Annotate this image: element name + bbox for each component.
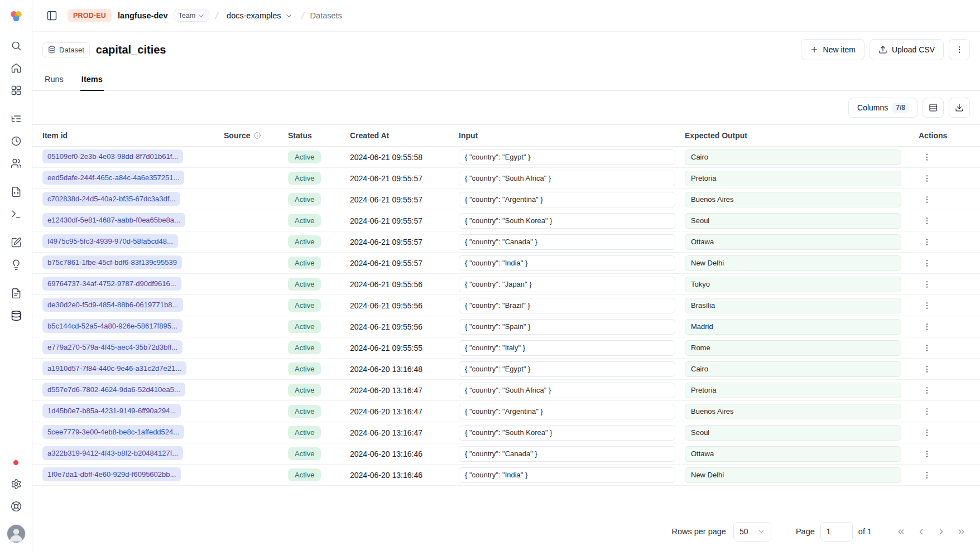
row-actions-button[interactable] bbox=[919, 318, 935, 335]
last-page-button[interactable] bbox=[952, 523, 970, 540]
tracing-list-tree-icon[interactable] bbox=[6, 108, 27, 129]
item-id-link[interactable]: de30d2e0-f5d9-4854-88b6-0619771b8... bbox=[42, 298, 183, 312]
org-plan-badge[interactable]: Team bbox=[174, 9, 209, 22]
expected-output-value[interactable]: New Delhi bbox=[685, 467, 901, 483]
input-value[interactable]: { "country": "South Africa" } bbox=[459, 383, 675, 398]
row-actions-button[interactable] bbox=[919, 191, 935, 208]
expected-output-value[interactable]: Cairo bbox=[685, 361, 901, 377]
page-number-input[interactable] bbox=[820, 522, 853, 542]
row-actions-button[interactable] bbox=[919, 297, 935, 314]
input-value[interactable]: { "country": "Canada" } bbox=[459, 446, 675, 462]
input-value[interactable]: { "country": "Japan" } bbox=[459, 277, 675, 292]
item-id-link[interactable]: e779a270-579a-4f45-aec4-35b72d3bff... bbox=[42, 340, 182, 354]
item-id-link[interactable]: eed5dafe-244f-465c-a84c-4a6e357251... bbox=[42, 171, 184, 185]
project-switcher[interactable]: docs-examples bbox=[224, 8, 295, 23]
row-actions-button[interactable] bbox=[919, 446, 935, 462]
expected-output-value[interactable]: Rome bbox=[685, 340, 901, 356]
previous-page-button[interactable] bbox=[912, 523, 930, 540]
input-value[interactable]: { "country": "Argentina" } bbox=[459, 192, 675, 207]
input-value[interactable]: { "country": "South Korea" } bbox=[459, 213, 675, 229]
row-actions-button[interactable] bbox=[919, 361, 935, 378]
new-item-button[interactable]: New item bbox=[801, 39, 864, 60]
tab-items[interactable]: Items bbox=[80, 70, 104, 91]
input-value[interactable]: { "country": "South Africa" } bbox=[459, 171, 675, 186]
input-value[interactable]: { "country": "India" } bbox=[459, 467, 675, 483]
item-id-link[interactable]: a322b319-9412-4f43-b8f2-b20484127f... bbox=[42, 446, 183, 460]
input-value[interactable]: { "country": "Egypt" } bbox=[459, 149, 675, 165]
expected-output-value[interactable]: Buenos Aires bbox=[685, 192, 901, 207]
langfuse-logo[interactable] bbox=[7, 7, 26, 26]
user-avatar[interactable] bbox=[7, 524, 26, 543]
home-icon[interactable] bbox=[6, 57, 27, 79]
expected-output-value[interactable]: Cairo bbox=[685, 149, 901, 165]
sidebar-toggle-icon[interactable] bbox=[42, 6, 61, 25]
item-id-link[interactable]: e12430df-5e81-4687-aabb-f0ea65be8a... bbox=[42, 213, 185, 227]
row-actions-button[interactable] bbox=[919, 403, 935, 420]
row-actions-button[interactable] bbox=[919, 382, 935, 399]
item-id-link[interactable]: 69764737-34af-4752-9787-d90df9616... bbox=[42, 277, 181, 291]
row-actions-button[interactable] bbox=[919, 212, 935, 229]
input-value[interactable]: { "country": "South Korea" } bbox=[459, 425, 675, 441]
expected-output-value[interactable]: New Delhi bbox=[685, 255, 901, 271]
item-id-link[interactable]: 5cee7779-3e00-4eb8-be8c-1affedd524... bbox=[42, 425, 184, 439]
expected-output-value[interactable]: Seoul bbox=[685, 213, 901, 229]
columns-button[interactable]: Columns 7/8 bbox=[848, 98, 917, 118]
row-actions-button[interactable] bbox=[919, 255, 935, 272]
support-lifebuoy-icon[interactable] bbox=[6, 496, 27, 517]
row-actions-button[interactable] bbox=[919, 467, 935, 484]
prompts-file-icon[interactable] bbox=[6, 181, 27, 202]
row-actions-button[interactable] bbox=[919, 276, 935, 293]
input-value[interactable]: { "country": "Brazil" } bbox=[459, 298, 675, 313]
sessions-clock-icon[interactable] bbox=[6, 130, 27, 152]
expected-output-value[interactable]: Brasília bbox=[685, 298, 901, 313]
input-value[interactable]: { "country": "Egypt" } bbox=[459, 361, 675, 377]
row-height-button[interactable] bbox=[923, 98, 944, 118]
next-page-button[interactable] bbox=[932, 523, 950, 540]
export-button[interactable] bbox=[949, 98, 970, 118]
row-actions-button[interactable] bbox=[919, 234, 935, 250]
item-id-link[interactable]: d557e7d6-7802-4624-9da6-52d410ea5... bbox=[42, 383, 185, 397]
expected-output-value[interactable]: Tokyo bbox=[685, 277, 901, 292]
first-page-button[interactable] bbox=[892, 523, 910, 540]
evaluation-square-pen-icon[interactable] bbox=[6, 232, 27, 253]
expected-output-value[interactable]: Ottawa bbox=[685, 446, 901, 462]
item-id-link[interactable]: b75c7861-1fbe-45cf-bdf6-83f139c95539 bbox=[42, 255, 182, 269]
item-id-link[interactable]: 1d45b0e7-b85a-4231-9149-6ff90a294... bbox=[42, 404, 181, 418]
input-value[interactable]: { "country": "Spain" } bbox=[459, 319, 675, 335]
expected-output-value[interactable]: Pretoria bbox=[685, 383, 901, 398]
lightbulb-icon[interactable] bbox=[6, 254, 27, 276]
search-icon[interactable] bbox=[6, 35, 27, 56]
rows-per-page-select[interactable]: 50 bbox=[733, 522, 771, 542]
settings-gear-icon[interactable] bbox=[6, 473, 27, 495]
item-id-link[interactable]: 1f0e7da1-dbff-4e60-929d-f6095602bb... bbox=[42, 467, 181, 481]
row-actions-button[interactable] bbox=[919, 149, 935, 166]
tab-runs[interactable]: Runs bbox=[44, 70, 65, 91]
datasets-database-icon[interactable] bbox=[6, 305, 27, 326]
breadcrumb-section[interactable]: Datasets bbox=[310, 11, 342, 20]
playground-terminal-icon[interactable] bbox=[6, 204, 27, 225]
row-actions-button[interactable] bbox=[919, 340, 935, 356]
item-id-link[interactable]: c702838d-24d5-40a2-bf35-67dc3a3df... bbox=[42, 192, 180, 206]
expected-output-value[interactable]: Seoul bbox=[685, 425, 901, 441]
more-actions-button[interactable] bbox=[949, 39, 970, 60]
expected-output-value[interactable]: Ottawa bbox=[685, 234, 901, 250]
row-actions-button[interactable] bbox=[919, 424, 935, 441]
expected-output-value[interactable]: Pretoria bbox=[685, 171, 901, 186]
item-id-link[interactable]: b5c144cd-52a5-4a80-926e-58617f895... bbox=[42, 319, 182, 333]
upload-csv-button[interactable]: Upload CSV bbox=[869, 39, 944, 60]
input-value[interactable]: { "country": "Canada" } bbox=[459, 234, 675, 250]
row-actions-button[interactable] bbox=[919, 170, 935, 187]
item-id-link[interactable]: 05109ef0-2e3b-4e03-98dd-8f7d01b61f... bbox=[42, 149, 183, 163]
input-value[interactable]: { "country": "Argentina" } bbox=[459, 404, 675, 419]
expected-output-value[interactable]: Buenos Aires bbox=[685, 404, 901, 419]
dashboards-grid-icon[interactable] bbox=[6, 80, 27, 101]
item-id-link[interactable]: f4975c95-5fc3-4939-970d-58fa5cd48... bbox=[42, 234, 178, 248]
users-icon[interactable] bbox=[6, 153, 27, 174]
scores-document-icon[interactable] bbox=[6, 283, 27, 304]
input-value[interactable]: { "country": "Italy" } bbox=[459, 340, 675, 356]
expected-output-value[interactable]: Madrid bbox=[685, 319, 901, 335]
input-value[interactable]: { "country": "India" } bbox=[459, 255, 675, 271]
info-icon[interactable] bbox=[253, 132, 261, 139]
item-id-link[interactable]: a1910d57-7f84-440c-9e46-a31c2d7e21... bbox=[42, 361, 186, 375]
org-name[interactable]: langfuse-dev bbox=[118, 11, 167, 20]
